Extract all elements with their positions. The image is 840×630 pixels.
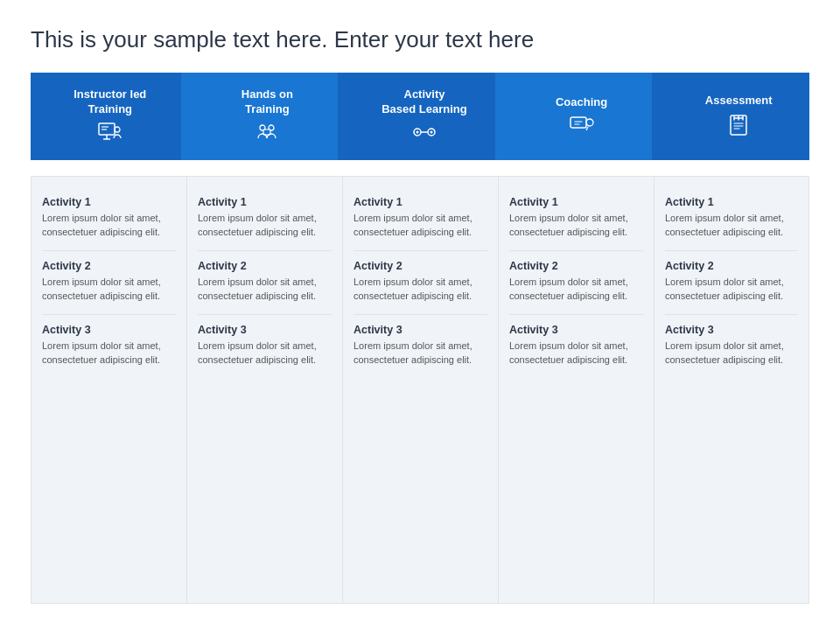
activity-block: Activity 3 Lorem ipsum dolor sit amet, c… xyxy=(509,315,643,378)
activity-title: Activity 1 xyxy=(665,196,798,208)
header-bar: Instructor ledTraining Hands onTraining xyxy=(31,73,809,160)
activity-text: Lorem ipsum dolor sit amet, consectetuer… xyxy=(665,276,798,304)
activity-text: Lorem ipsum dolor sit amet, consectetuer… xyxy=(198,276,332,304)
activity-text: Lorem ipsum dolor sit amet, consectetuer… xyxy=(665,340,798,368)
activity-text: Lorem ipsum dolor sit amet, consectetuer… xyxy=(198,340,332,368)
activity-block: Activity 1 Lorem ipsum dolor sit amet, c… xyxy=(354,187,487,251)
activity-title: Activity 1 xyxy=(509,196,643,208)
activity-text: Lorem ipsum dolor sit amet, consectetuer… xyxy=(42,276,176,304)
chevron-handson-label: Hands onTraining xyxy=(242,88,293,117)
activity-text: Lorem ipsum dolor sit amet, consectetuer… xyxy=(509,212,643,240)
svg-point-13 xyxy=(430,131,432,134)
activity-title: Activity 3 xyxy=(665,324,798,336)
chevron-activity: ActivityBased Learning xyxy=(338,73,495,160)
chevron-assessment: Assessment xyxy=(652,73,809,160)
activity-block: Activity 3 Lorem ipsum dolor sit amet, c… xyxy=(198,315,332,378)
activity-text: Lorem ipsum dolor sit amet, consectetuer… xyxy=(198,212,332,240)
activity-text: Lorem ipsum dolor sit amet, consectetuer… xyxy=(354,340,487,368)
activity-block: Activity 3 Lorem ipsum dolor sit amet, c… xyxy=(354,315,487,378)
activity-block: Activity 1 Lorem ipsum dolor sit amet, c… xyxy=(198,187,332,251)
activity-title: Activity 3 xyxy=(198,324,332,336)
grid-col-2: Activity 1 Lorem ipsum dolor sit amet, c… xyxy=(186,176,342,604)
svg-rect-14 xyxy=(570,117,586,128)
coaching-icon xyxy=(569,116,595,138)
activity-block: Activity 2 Lorem ipsum dolor sit amet, c… xyxy=(665,251,798,315)
activity-text: Lorem ipsum dolor sit amet, consectetuer… xyxy=(354,276,487,304)
activity-text: Lorem ipsum dolor sit amet, consectetuer… xyxy=(509,340,643,368)
activity-title: Activity 2 xyxy=(198,260,332,272)
grid-col-1: Activity 1 Lorem ipsum dolor sit amet, c… xyxy=(31,176,186,604)
activity-block: Activity 2 Lorem ipsum dolor sit amet, c… xyxy=(354,251,487,315)
svg-point-15 xyxy=(586,119,593,126)
chevron-assessment-label: Assessment xyxy=(705,94,773,108)
chevron-coaching-label: Coaching xyxy=(556,95,607,110)
chevron-handson: Hands onTraining xyxy=(181,73,339,160)
svg-point-3 xyxy=(115,127,120,132)
chevron-coaching: Coaching xyxy=(495,73,653,160)
activity-title: Activity 3 xyxy=(42,324,176,336)
grid-col-4: Activity 1 Lorem ipsum dolor sit amet, c… xyxy=(498,176,654,604)
activity-title: Activity 1 xyxy=(354,196,487,208)
activity-title: Activity 3 xyxy=(509,324,643,336)
activity-title: Activity 1 xyxy=(198,196,332,208)
activity-title: Activity 3 xyxy=(354,324,487,336)
content-grid: Activity 1 Lorem ipsum dolor sit amet, c… xyxy=(31,176,809,604)
handson-icon xyxy=(254,122,280,145)
chevron-activity-label: ActivityBased Learning xyxy=(382,88,467,117)
activity-block: Activity 1 Lorem ipsum dolor sit amet, c… xyxy=(665,187,798,251)
slide: This is your sample text here. Enter you… xyxy=(0,0,840,630)
activity-text: Lorem ipsum dolor sit amet, consectetuer… xyxy=(42,212,176,240)
activity-title: Activity 1 xyxy=(42,196,176,208)
activity-title: Activity 2 xyxy=(665,260,798,272)
activity-text: Lorem ipsum dolor sit amet, consectetuer… xyxy=(509,276,643,304)
svg-point-12 xyxy=(416,131,418,134)
activity-block: Activity 2 Lorem ipsum dolor sit amet, c… xyxy=(509,251,643,315)
activity-block: Activity 3 Lorem ipsum dolor sit amet, c… xyxy=(665,315,798,378)
page-title: This is your sample text here. Enter you… xyxy=(31,26,809,53)
activity-text: Lorem ipsum dolor sit amet, consectetuer… xyxy=(354,212,487,240)
instructor-icon xyxy=(98,122,122,145)
activity-title: Activity 2 xyxy=(354,260,487,272)
activity-title: Activity 2 xyxy=(42,260,176,272)
grid-col-3: Activity 1 Lorem ipsum dolor sit amet, c… xyxy=(342,176,498,604)
activity-block: Activity 2 Lorem ipsum dolor sit amet, c… xyxy=(42,251,176,315)
activity-title: Activity 2 xyxy=(509,260,643,272)
activity-block: Activity 1 Lorem ipsum dolor sit amet, c… xyxy=(509,187,643,251)
chevron-instructor-label: Instructor ledTraining xyxy=(74,88,146,117)
activity-text: Lorem ipsum dolor sit amet, consectetuer… xyxy=(42,340,176,368)
assessment-icon xyxy=(728,114,749,140)
activity-text: Lorem ipsum dolor sit amet, consectetuer… xyxy=(665,212,798,240)
activity-block: Activity 1 Lorem ipsum dolor sit amet, c… xyxy=(42,187,176,251)
activity-icon xyxy=(410,122,438,145)
activity-block: Activity 3 Lorem ipsum dolor sit amet, c… xyxy=(42,315,176,378)
activity-block: Activity 2 Lorem ipsum dolor sit amet, c… xyxy=(198,251,332,315)
chevron-instructor: Instructor ledTraining xyxy=(31,73,181,160)
grid-col-5: Activity 1 Lorem ipsum dolor sit amet, c… xyxy=(654,176,809,604)
